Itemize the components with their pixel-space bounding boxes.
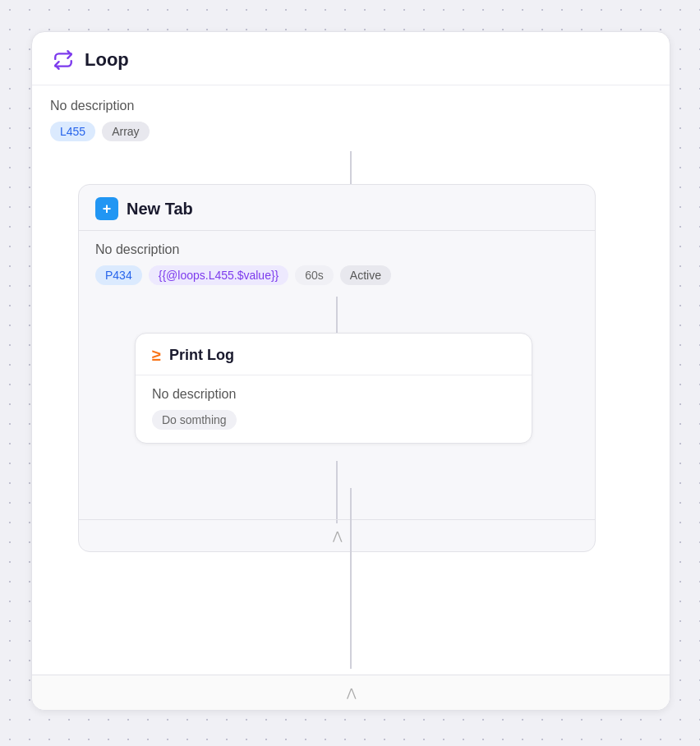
loop-title: Loop — [85, 49, 129, 71]
loop-tag-array: Array — [102, 122, 149, 141]
printlog-body: No description Do somthing — [136, 375, 532, 443]
printlog-title: Print Log — [169, 347, 234, 364]
vline-loop-bottom — [350, 488, 352, 669]
loop-card: Loop No description L455 Array + New Tab — [31, 31, 670, 711]
newtab-header: + New Tab — [79, 185, 595, 231]
printlog-card: ≥ Print Log No description Do somthing — [135, 333, 532, 444]
canvas: Loop No description L455 Array + New Tab — [0, 0, 700, 746]
newtab-card: + New Tab No description P434 {{@loops.L… — [78, 184, 596, 552]
newtab-inner: ≥ Print Log No description Do somthing — [79, 297, 595, 551]
loop-collapse-icon: ⋀ — [347, 686, 356, 699]
printlog-tags-row: Do somthing — [152, 410, 515, 430]
loop-collapse-button[interactable]: ⋀ — [32, 675, 670, 710]
loop-icon — [50, 47, 76, 73]
printlog-description: No description — [152, 387, 515, 402]
newtab-collapse-icon: ⋀ — [333, 529, 342, 542]
newtab-collapse-button[interactable]: ⋀ — [79, 519, 595, 551]
loop-tag-l455: L455 — [50, 122, 95, 141]
loop-description: No description — [50, 99, 652, 113]
newtab-title: New Tab — [127, 200, 193, 219]
newtab-tag-p434: P434 — [95, 265, 142, 285]
loop-inner-area: + New Tab No description P434 {{@loops.L… — [32, 151, 670, 710]
newtab-description: No description — [95, 242, 578, 257]
printlog-header: ≥ Print Log — [136, 334, 532, 375]
newtab-tag-active: Active — [340, 265, 391, 285]
newtab-body: No description P434 {{@loops.L455.$value… — [79, 231, 595, 297]
newtab-icon-symbol: + — [103, 201, 112, 216]
printlog-icon: ≥ — [152, 346, 161, 365]
vline-newtab-bottom — [336, 461, 338, 523]
printlog-tag-dosomething: Do somthing — [152, 410, 237, 430]
newtab-tags-row: P434 {{@loops.L455.$value}} 60s Active — [95, 265, 578, 285]
loop-card-body: No description L455 Array — [32, 85, 670, 151]
newtab-icon: + — [95, 197, 118, 220]
loop-tags-row: L455 Array — [50, 122, 652, 141]
newtab-tag-loops: {{@loops.L455.$value}} — [149, 265, 289, 285]
newtab-tag-60s: 60s — [295, 265, 334, 285]
loop-card-header: Loop — [32, 32, 670, 85]
